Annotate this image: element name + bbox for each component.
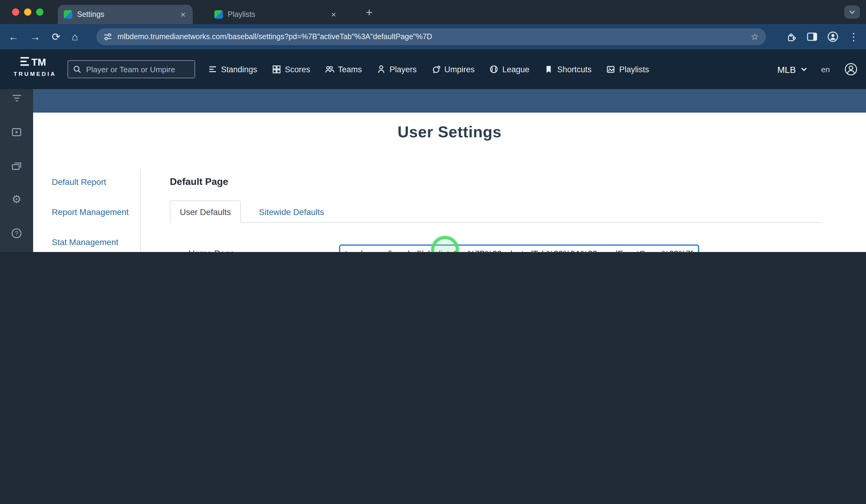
tab-title: Settings xyxy=(77,10,179,19)
search-input[interactable] xyxy=(85,64,190,74)
main-nav: Standings Scores Teams xyxy=(208,49,649,89)
new-tab-button[interactable]: + xyxy=(361,5,377,21)
trumedia-logo[interactable]: TM TRUMEDIA xyxy=(6,55,64,77)
field-label: Home Page xyxy=(189,248,339,252)
macos-minimize-button[interactable] xyxy=(24,9,31,16)
close-tab-icon[interactable]: × xyxy=(330,10,337,19)
nav-teams[interactable]: Teams xyxy=(325,65,362,74)
nav-label: Umpires xyxy=(444,65,475,74)
chevron-down-icon xyxy=(849,10,855,14)
gear-icon[interactable]: ⚙ xyxy=(11,193,23,205)
tab-settings[interactable]: Settings × xyxy=(58,5,193,24)
section-heading: Default Page xyxy=(170,177,228,187)
browser-menu-icon[interactable]: ⋮ xyxy=(848,31,859,43)
brand-text: TRUMEDIA xyxy=(6,70,64,77)
nav-label: Scores xyxy=(285,65,310,74)
tab-playlists[interactable]: Playlists × xyxy=(208,5,343,24)
nav-playlists[interactable]: Playlists xyxy=(606,65,649,74)
teams-icon xyxy=(325,65,334,74)
forward-icon[interactable]: → xyxy=(30,32,40,42)
help-icon[interactable]: ? xyxy=(11,227,23,239)
chevron-down-icon xyxy=(801,67,807,71)
shortcuts-bookmark-icon xyxy=(544,65,553,74)
left-icon-rail: ⚙ ? xyxy=(0,89,33,252)
nav-players[interactable]: Players xyxy=(376,65,417,74)
defaults-tabs: User Defaults Sitewide Defaults xyxy=(170,201,822,223)
account-icon[interactable] xyxy=(844,63,857,76)
nav-shortcuts[interactable]: Shortcuts xyxy=(544,65,591,74)
browser-toolbar: ← → ⟳ ⌂ mlbdemo.trumedianetworks.com/bas… xyxy=(0,24,866,49)
umpires-icon xyxy=(431,65,441,74)
global-search[interactable] xyxy=(67,60,195,78)
tab-strip: Settings × Playlists × + xyxy=(0,0,866,24)
standings-icon xyxy=(208,65,218,74)
settings-menu: Default Report Report Management Stat Ma… xyxy=(52,167,143,252)
menu-item-default-report[interactable]: Default Report xyxy=(52,167,143,197)
tab-title: Playlists xyxy=(227,10,330,19)
nav-label: Shortcuts xyxy=(557,65,591,74)
browser-window: Settings × Playlists × + ← → ⟳ ⌂ xyxy=(0,0,866,252)
close-tab-icon[interactable]: × xyxy=(179,10,187,19)
scores-icon xyxy=(271,65,281,74)
url-text: mlbdemo.trumedianetworks.com/baseball/se… xyxy=(118,33,745,41)
league-value: MLB xyxy=(777,64,796,74)
nav-league[interactable]: League xyxy=(489,65,529,74)
nav-label: Playlists xyxy=(619,65,649,74)
nav-label: Standings xyxy=(221,65,257,74)
home-icon[interactable]: ⌂ xyxy=(72,32,78,42)
menu-item-stat-management[interactable]: Stat Management xyxy=(52,227,143,252)
players-icon xyxy=(376,65,386,74)
search-icon xyxy=(73,65,81,74)
tab-sitewide-defaults[interactable]: Sitewide Defaults xyxy=(252,201,331,223)
video-library-icon[interactable] xyxy=(11,126,23,138)
default-page-panel: Default Page User Defaults Sitewide Defa… xyxy=(170,113,854,252)
svg-text:TM: TM xyxy=(31,56,46,68)
app-header: TM TRUMEDIA Standings xyxy=(0,49,866,89)
profile-avatar-icon[interactable] xyxy=(828,31,838,42)
favicon xyxy=(214,10,223,19)
bookmark-star-icon[interactable]: ☆ xyxy=(751,31,759,42)
tab-search-button[interactable] xyxy=(844,5,860,19)
menu-divider xyxy=(140,170,141,252)
nav-label: Teams xyxy=(338,65,362,74)
cards-stack-icon[interactable] xyxy=(11,159,23,172)
nav-label: Players xyxy=(390,65,417,74)
settings-page: User Settings Default Report Report Mana… xyxy=(33,113,866,252)
nav-label: League xyxy=(502,65,529,74)
reload-icon[interactable]: ⟳ xyxy=(52,32,60,42)
menu-item-report-management[interactable]: Report Management xyxy=(52,197,143,227)
trumedia-mark-icon: TM xyxy=(19,55,51,69)
playlists-icon xyxy=(606,65,615,74)
tab-user-defaults[interactable]: User Defaults xyxy=(170,201,241,223)
extensions-icon[interactable] xyxy=(787,32,797,42)
svg-text:?: ? xyxy=(15,229,18,236)
sub-header-band xyxy=(33,89,866,113)
nav-umpires[interactable]: Umpires xyxy=(431,65,475,74)
language-selector[interactable]: en xyxy=(821,65,830,74)
macos-close-button[interactable] xyxy=(12,9,19,16)
macos-zoom-button[interactable] xyxy=(36,9,43,16)
side-panel-icon[interactable] xyxy=(807,33,817,41)
league-selector[interactable]: MLB xyxy=(777,64,807,74)
favicon xyxy=(64,10,72,19)
home-page-input[interactable] xyxy=(339,245,699,252)
nav-scores[interactable]: Scores xyxy=(271,65,310,74)
back-icon[interactable]: ← xyxy=(9,32,19,42)
nav-standings[interactable]: Standings xyxy=(208,65,257,74)
league-icon xyxy=(489,65,499,74)
filter-icon[interactable] xyxy=(11,92,23,104)
address-bar[interactable]: mlbdemo.trumedianetworks.com/baseball/se… xyxy=(96,28,766,45)
macos-traffic-lights xyxy=(12,9,43,16)
site-settings-icon[interactable] xyxy=(103,33,112,41)
